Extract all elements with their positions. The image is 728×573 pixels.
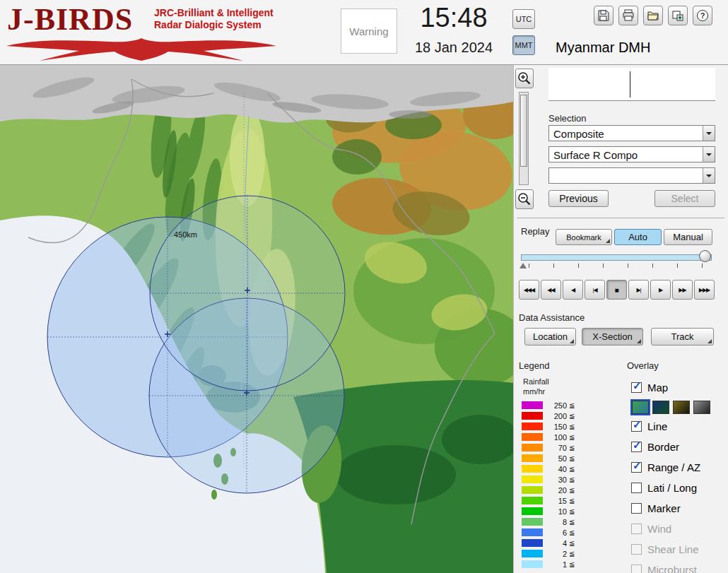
playback-stop-button[interactable]: ■: [606, 280, 627, 300]
overlay-item-range-az[interactable]: ✓Range / AZ: [631, 457, 727, 478]
checkbox[interactable]: ✓: [631, 442, 642, 452]
svg-text:?: ?: [700, 11, 705, 20]
location-button[interactable]: Location: [524, 328, 576, 345]
playback-go-end-button[interactable]: ▶|: [628, 280, 649, 300]
product-type-dropdown[interactable]: Composite: [548, 125, 715, 141]
zoom-slider[interactable]: [519, 92, 529, 185]
dropdown-arrow-button[interactable]: [703, 168, 715, 183]
map-style-swatch-dark-blue-green[interactable]: [652, 401, 669, 414]
legend-row: 2≦: [522, 548, 606, 559]
legend-value: 8: [548, 518, 567, 526]
select-button: Select: [654, 190, 715, 207]
zoom-in-button[interactable]: [515, 69, 534, 88]
floppy-icon: [597, 9, 610, 22]
zoom-out-button[interactable]: [515, 189, 534, 209]
checkbox: [631, 524, 642, 534]
playback-fast-forward-button[interactable]: ▶▶▶: [694, 280, 715, 300]
check-mark-icon: ✓: [633, 418, 642, 431]
legend-value: 70: [548, 444, 567, 452]
overlay-item-label: Border: [647, 441, 679, 453]
timeline-track[interactable]: [521, 254, 712, 261]
overlay-item-map[interactable]: ✓Map: [631, 377, 727, 398]
replay-manual-button[interactable]: Manual: [664, 229, 712, 245]
legend-leq-symbol: ≦: [569, 423, 575, 430]
map-image[interactable]: 450km: [0, 65, 513, 573]
dropdown-value: Composite: [553, 128, 604, 140]
timeline-handle[interactable]: [699, 250, 711, 262]
legend-value: 100: [548, 433, 567, 442]
track-button[interactable]: Track: [651, 328, 714, 345]
legend-value: 20: [548, 486, 567, 495]
playback-play-button[interactable]: ▶: [650, 280, 671, 300]
product-option-dropdown[interactable]: [548, 167, 715, 184]
print-button[interactable]: [618, 6, 638, 25]
legend-leq-symbol: ≦: [569, 475, 575, 483]
clock-time: 15:48: [404, 3, 503, 33]
overlay-item-marker[interactable]: Marker: [631, 498, 727, 519]
overlay-item-border[interactable]: ✓Border: [631, 437, 727, 457]
playback-forward-button[interactable]: ▶▶: [672, 280, 693, 300]
app-title: J-BIRDS: [7, 1, 133, 37]
import-icon: [671, 9, 684, 22]
playback-fast-rewind-button[interactable]: ◀◀◀: [519, 280, 539, 300]
timeline-tick: [553, 264, 554, 268]
legend-row: 70≦: [522, 442, 606, 453]
overlay-item-label: Marker: [647, 502, 681, 514]
check-mark-icon: ✓: [633, 459, 642, 472]
legend-row: 4≦: [522, 538, 606, 548]
legend-value: 40: [548, 465, 567, 473]
legend-unit-line2: mm/hr: [523, 387, 545, 396]
range-label: 450km: [174, 230, 197, 239]
legend-row: 50≦: [522, 453, 606, 463]
radar-map[interactable]: 450km: [0, 65, 513, 573]
mmt-button[interactable]: MMT: [512, 35, 535, 55]
replay-auto-button[interactable]: Auto: [614, 229, 662, 245]
zoom-slider-thumb[interactable]: [520, 95, 527, 167]
overlay-item-wind: Wind: [631, 519, 727, 539]
checkbox[interactable]: ✓: [631, 382, 642, 393]
overlay-item-label: Line: [647, 420, 667, 432]
map-style-swatch-green-terrain[interactable]: [632, 401, 649, 414]
legend-leq-symbol: ≦: [569, 528, 575, 536]
legend-color-swatch: [522, 528, 543, 536]
dropdown-arrow-button[interactable]: [703, 126, 715, 141]
overlay-list: ✓Map✓Line✓Border✓Range / AZLati / LongMa…: [631, 377, 727, 573]
legend-unit-line1: Rainfall: [523, 377, 549, 386]
help-button[interactable]: ?: [693, 6, 712, 25]
save-button[interactable]: [594, 6, 613, 25]
overlay-item-lati-long[interactable]: Lati / Long: [631, 478, 727, 498]
legend-row: 200≦: [522, 410, 606, 421]
warning-panel[interactable]: Warning: [341, 8, 397, 54]
menu-corner-icon: [606, 239, 610, 243]
checkbox[interactable]: [631, 503, 642, 514]
legend-row: 15≦: [522, 495, 606, 506]
x-section-button[interactable]: X-Section: [582, 328, 643, 345]
legend-value: 6: [548, 528, 567, 537]
checkbox: [631, 565, 642, 573]
overlay-item-label: Wind: [647, 523, 671, 535]
checkbox[interactable]: ✓: [631, 421, 642, 432]
header: J-BIRDS JRC-Brilliant & Intelligent Rada…: [0, 0, 728, 65]
checkbox[interactable]: ✓: [631, 462, 642, 473]
import-button[interactable]: [668, 6, 688, 25]
checkbox[interactable]: [631, 483, 642, 493]
bookmark-button[interactable]: Bookmark: [556, 229, 612, 245]
overlay-item-label: Lati / Long: [647, 482, 697, 494]
legend-color-swatch: [522, 507, 543, 515]
playback-step-back-button[interactable]: ◀: [563, 280, 583, 300]
overlay-item-line[interactable]: ✓Line: [631, 416, 727, 437]
legend-row: 30≦: [522, 474, 606, 485]
legend-value: 2: [548, 550, 567, 558]
overlay-item-label: Range / AZ: [647, 461, 700, 473]
open-button[interactable]: [643, 6, 663, 25]
utc-button[interactable]: UTC: [512, 9, 535, 29]
app-subtitle-line1: JRC-Brilliant & Intelligent: [154, 7, 274, 19]
playback-rewind-button[interactable]: ◀◀: [541, 280, 561, 300]
map-style-swatch-olive-dark[interactable]: [673, 401, 690, 414]
previous-button[interactable]: Previous: [548, 190, 609, 207]
product-name-dropdown[interactable]: Surface R Compo: [548, 146, 715, 163]
playback-go-start-button[interactable]: |◀: [585, 280, 605, 300]
map-style-swatch-gray-dark[interactable]: [693, 401, 710, 414]
timeline-tick: [529, 264, 529, 268]
dropdown-arrow-button[interactable]: [703, 147, 715, 162]
